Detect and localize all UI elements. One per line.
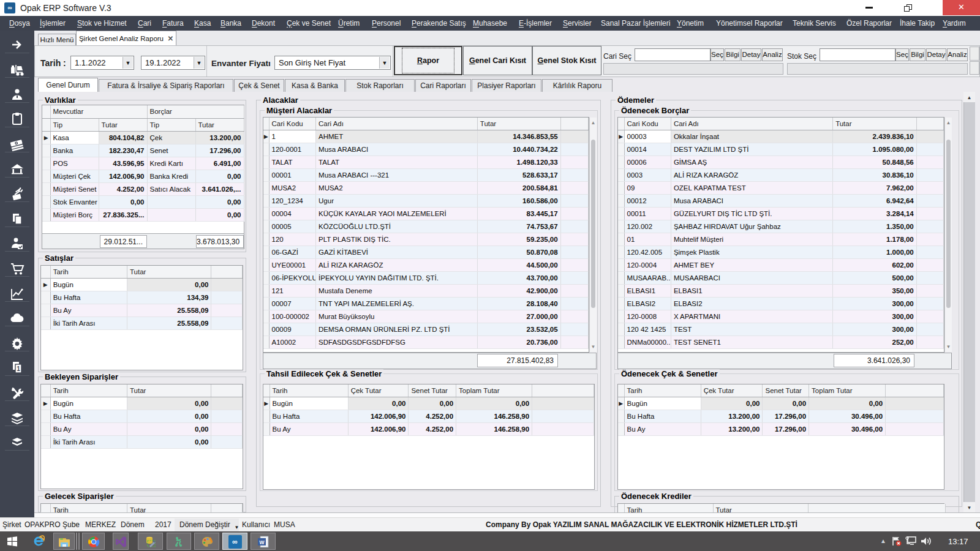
svg-text:W: W: [259, 539, 265, 545]
svg-text:1: 1: [17, 365, 20, 372]
